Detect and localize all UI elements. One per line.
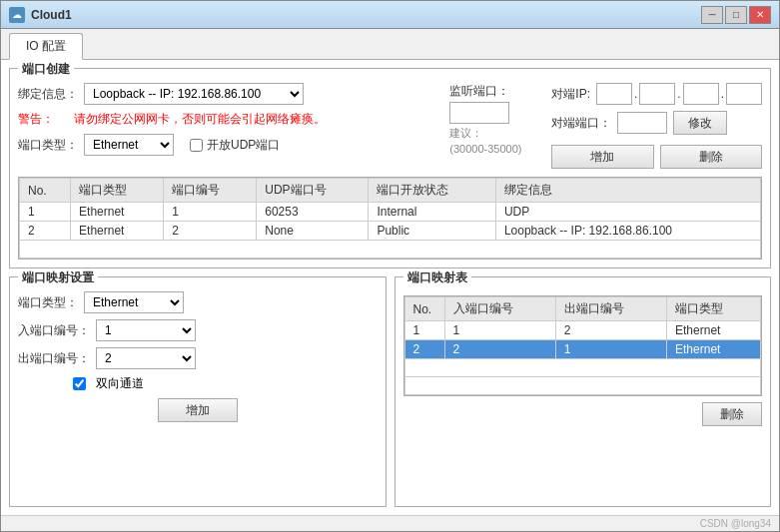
suggestion-value: (30000-35000) [449,143,539,155]
cell-bindinfo: UDP [495,203,760,222]
warning-prefix-label: 警告： [18,111,68,128]
listen-port-input[interactable]: 30000 [449,102,509,124]
port-table-header: No. 端口类型 端口编号 UDP端口号 端口开放状态 绑定信息 [20,179,761,203]
listen-port-label: 监听端口： [449,83,539,100]
remote-port-input[interactable]: 0 [617,112,667,134]
mapping-add-row: 增加 [18,398,378,422]
ip-octet-3[interactable]: 0 [683,83,719,105]
app-icon: ☁ [9,7,25,23]
cell-type: Ethernet [71,222,164,241]
modify-button[interactable]: 修改 [673,111,727,135]
remote-ip-label: 对端IP: [551,86,590,103]
table-row-empty [20,241,761,259]
suggestion-label: 建议： [449,126,539,141]
port-table-container: No. 端口类型 端口编号 UDP端口号 端口开放状态 绑定信息 1 Ether… [18,177,762,260]
out-port-select[interactable]: 2 [96,347,196,369]
title-bar: ☁ Cloud1 ─ □ ✕ [1,1,779,29]
bidirectional-label[interactable]: 双向通道 [96,375,144,392]
cell-no: 2 [20,222,71,241]
col-bindinfo: 绑定信息 [495,179,760,203]
mapping-row-selected[interactable]: 2 2 1 Ethernet [404,340,761,359]
main-window: ☁ Cloud1 ─ □ ✕ IO 配置 端口创建 绑定信息： [0,0,780,532]
close-button[interactable]: ✕ [749,6,771,24]
ip-octet-4[interactable]: 0 [726,83,762,105]
mcell-type: Ethernet [667,321,761,340]
table-row[interactable]: 2 Ethernet 2 None Public Loopback -- IP:… [20,222,761,241]
maximize-button[interactable]: □ [725,6,747,24]
port-table: No. 端口类型 端口编号 UDP端口号 端口开放状态 绑定信息 1 Ether… [19,178,761,259]
listen-panel: 监听端口： 30000 建议： (30000-35000) [449,83,539,169]
delete-port-button[interactable]: 删除 [660,145,762,169]
mcol-type: 端口类型 [667,297,761,321]
port-type-row: 端口类型： Ethernet 开放UDP端口 [18,134,437,156]
udp-check-label[interactable]: 开放UDP端口 [207,137,280,154]
in-port-select[interactable]: 1 [96,319,196,341]
cell-no: 1 [20,203,71,222]
bind-info-row: 绑定信息： Loopback -- IP: 192.168.86.100 [18,83,437,105]
mcol-in: 入端口编号 [444,297,555,321]
mapping-table-body: 1 1 2 Ethernet 2 2 1 Ethernet [404,321,761,395]
col-status: 端口开放状态 [369,179,495,203]
mcell-type: Ethernet [667,340,761,359]
port-create-title: 端口创建 [18,61,74,78]
cell-type: Ethernet [71,203,164,222]
mcell-no: 2 [404,340,444,359]
mapping-add-button[interactable]: 增加 [158,398,238,422]
in-port-row: 入端口编号： 1 [18,319,378,341]
bind-select[interactable]: Loopback -- IP: 192.168.86.100 [84,83,304,105]
udp-checkbox[interactable] [190,139,203,152]
mcol-out: 出端口编号 [555,297,666,321]
cell-status: Internal [369,203,495,222]
footer-text: CSDN @long34 [700,518,771,529]
tab-io-config[interactable]: IO 配置 [9,33,83,60]
window-title: Cloud1 [31,8,72,22]
minimize-button[interactable]: ─ [701,6,723,24]
footer: CSDN @long34 [1,515,779,531]
mcol-no: No. [404,297,444,321]
port-mapping-title: 端口映射设置 [18,269,98,286]
col-portno: 端口编号 [164,179,257,203]
port-mapping-table-title: 端口映射表 [403,269,471,286]
port-mapping-table-section: 端口映射表 No. 入端口编号 出端口编号 端口类型 [394,276,772,507]
cell-udpport: None [257,222,369,241]
col-type: 端口类型 [71,179,164,203]
mapping-row[interactable]: 1 1 2 Ethernet [404,321,761,340]
mapping-delete-row: 删除 [403,402,763,426]
mapping-row-empty [404,359,761,377]
bind-label: 绑定信息： [18,86,78,103]
bidirectional-checkbox[interactable] [73,377,86,390]
cell-status: Public [369,222,495,241]
mcell-in: 2 [444,340,555,359]
col-udpport: UDP端口号 [257,179,369,203]
table-row[interactable]: 1 Ethernet 1 60253 Internal UDP [20,203,761,222]
cell-portno: 1 [164,203,257,222]
mapping-row-empty2 [404,377,761,395]
warning-message: 请勿绑定公网网卡，否则可能会引起网络瘫痪。 [74,111,326,128]
cell-bindinfo: Loopback -- IP: 192.168.86.100 [495,222,760,241]
ip-octet-1[interactable]: 0 [596,83,632,105]
col-no: No. [20,179,71,203]
mcell-no: 1 [404,321,444,340]
bidirectional-row: 双向通道 [73,375,378,392]
add-port-button[interactable]: 增加 [551,145,653,169]
port-type-select[interactable]: Ethernet [84,134,174,156]
mapping-type-select[interactable]: Ethernet [84,291,184,313]
mapping-table: No. 入端口编号 出端口编号 端口类型 1 1 2 Ether [404,296,762,395]
out-port-label: 出端口编号： [18,350,90,367]
out-port-row: 出端口编号： 2 [18,347,378,369]
mapping-type-label: 端口类型： [18,294,78,311]
port-table-body: 1 Ethernet 1 60253 Internal UDP 2 Ethern… [20,203,761,259]
port-mapping-section: 端口映射设置 端口类型： Ethernet 入端口编号： 1 出端口编号： [9,276,387,507]
tab-bar: IO 配置 [1,29,779,60]
mapping-delete-button[interactable]: 删除 [702,402,762,426]
remote-panel: 对端IP: 0 . 0 . 0 . 0 对端端口： 0 [551,83,762,169]
mcell-in: 1 [444,321,555,340]
ip-octet-2[interactable]: 0 [639,83,675,105]
cell-portno: 2 [164,222,257,241]
mcell-out: 2 [555,321,666,340]
bottom-sections: 端口映射设置 端口类型： Ethernet 入端口编号： 1 出端口编号： [9,276,771,507]
mapping-type-row: 端口类型： Ethernet [18,291,378,313]
mapping-table-container: No. 入端口编号 出端口编号 端口类型 1 1 2 Ether [403,295,763,396]
warning-row: 警告： 请勿绑定公网网卡，否则可能会引起网络瘫痪。 [18,111,437,128]
action-buttons: 增加 删除 [551,145,762,169]
